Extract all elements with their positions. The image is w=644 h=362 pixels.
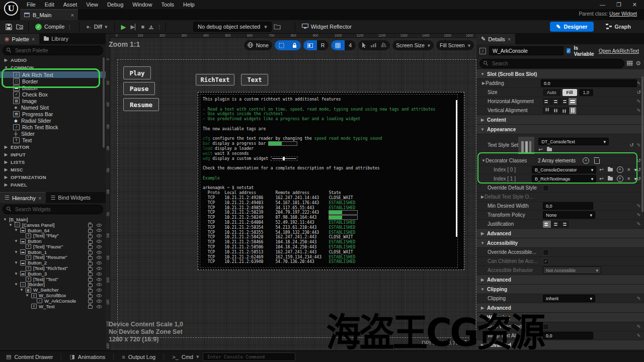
palette-item-progress-bar[interactable]: ▤Progress Bar [0,111,106,117]
hierarchy-tab-close-icon[interactable]: × [38,195,41,201]
palette-search-input[interactable] [14,47,99,54]
menu-file[interactable]: File [22,1,40,9]
checkbox[interactable] [543,249,549,255]
tab-palette[interactable]: ◉ Palette × [0,33,39,44]
align-option[interactable] [552,107,559,114]
plus-circle-icon[interactable]: + [617,166,623,173]
browse-folder-icon[interactable] [608,177,613,180]
hierarchy-row[interactable]: T[Text] "Resume" [0,255,106,260]
menu-view[interactable]: View [82,1,103,9]
bind-brush-icon[interactable]: ✎ [637,99,641,104]
preview-resume-button[interactable]: Resume [123,98,159,111]
chevron-icon[interactable]: ▼ [14,239,18,243]
chevron-icon[interactable]: ▶ [480,231,485,236]
localization-preview-button[interactable]: None [244,40,272,50]
use-selected-icon[interactable]: ↩ [599,176,603,182]
palette-category-editor[interactable]: ▶EDITOR [0,143,106,151]
cursor-icon[interactable] [362,42,366,49]
value-dropdown[interactable]: Inherit▾ [543,295,595,302]
preview-pause-button[interactable]: Pause [123,82,155,95]
palette-category-common[interactable]: ▼COMMON [0,64,106,71]
lock-icon[interactable] [88,245,93,249]
chevron-icon[interactable]: ▶ [480,278,485,282]
use-selected-icon[interactable]: ↩ [538,147,542,152]
designer-canvas[interactable]: 0100200300400500600700800900100011001200… [106,33,476,350]
section-slot-scroll-box-slot-[interactable]: ▼Slot (Scroll Box Slot) [476,69,644,79]
compile-button[interactable]: ✓ Compile ⋮ [32,22,76,32]
parent-class-link[interactable]: User Widget [609,11,637,17]
palette-category-optimization[interactable]: ▶OPTIMIZATION [0,173,106,181]
bind-brush-icon[interactable]: ✎ [637,324,641,329]
palette-search[interactable] [3,46,103,55]
designer-tab-button[interactable]: ✎Designer [550,22,593,32]
section-accessibility[interactable]: ▼Accessibility [476,238,644,248]
lock-icon[interactable] [88,305,93,309]
ark-console-widget[interactable]: This plugin is a custom richtext with ad… [198,92,464,270]
lock-icon[interactable] [88,278,93,282]
menu-asset[interactable]: Asset [59,1,82,9]
palette-item-image[interactable]: ▨Image [0,98,106,104]
preview-richtext-button[interactable]: RichText [196,74,234,85]
chevron-icon[interactable]: ▼ [25,293,29,298]
class-dropdown[interactable]: B_ConsoleDecorator▾ [532,166,596,173]
screen-size-dropdown[interactable]: Screen Size▾ [392,40,434,50]
chevron-icon[interactable]: ▼ [9,223,13,227]
browse-folder-icon[interactable] [608,168,613,171]
console-scrollbar[interactable] [456,100,457,237]
menu-edit[interactable]: Edit [40,1,59,9]
debug-object-dropdown[interactable]: No debug object selected▾ [193,22,272,32]
eye-icon[interactable] [97,255,102,259]
lock-icon[interactable] [288,40,301,50]
eye-icon[interactable] [97,277,102,282]
clear-icon[interactable]: × [627,167,630,172]
reset-icon[interactable]: ↺ [637,89,641,95]
open-arkrichtext-link[interactable]: Open ArkRichText [599,48,641,54]
hierarchy-row[interactable]: ▼□[Border] [0,282,106,288]
add-element-icon[interactable]: + [583,157,589,164]
value-dropdown[interactable]: None▾ [543,211,595,219]
close-button[interactable]: ✕ [632,2,637,8]
output-log-button[interactable]: ≡ Output Log [116,351,162,362]
respect-locks-toggle[interactable]: R [317,40,329,50]
lock-icon[interactable] [88,284,93,287]
eye-icon[interactable] [97,293,102,298]
align-option[interactable] [569,98,577,105]
palette-category-panel[interactable]: ▶PANEL [0,181,106,189]
maximize-button[interactable]: ❐ [616,2,621,8]
details-scrollbar[interactable] [641,76,643,212]
hierarchy-row[interactable]: ▼≡W_ScrollBox [0,293,106,298]
hierarchy-row[interactable]: T[Text] "Play" [0,233,106,238]
align-option[interactable] [561,107,568,114]
align-option[interactable] [570,107,577,114]
palette-item-check-box[interactable]: ✓Check Box [0,91,106,98]
console-command-box[interactable] [203,352,295,361]
hierarchy-row[interactable]: ▼[B_Main] [0,217,106,222]
eye-icon[interactable] [97,288,102,292]
size-auto-button[interactable]: Auto [543,89,560,96]
align-option[interactable] [543,221,551,228]
grid-snap-size[interactable]: 4 [345,40,356,50]
reset-icon[interactable]: ↺ [637,158,641,163]
animations-button[interactable]: ◨ Animations [63,351,111,362]
display-filter-icon[interactable] [627,61,633,66]
tab-library[interactable]: Library [39,33,73,44]
browse-folder-icon[interactable] [547,148,552,151]
chevron-icon[interactable]: ▶ [481,81,486,85]
chevron-icon[interactable]: ▶ [480,306,485,310]
outline-mode-toggle[interactable] [303,40,317,50]
eye-icon[interactable] [97,228,102,232]
bind-brush-icon[interactable]: ✎ [637,142,641,148]
flip-icon[interactable] [381,42,386,48]
chevron-icon[interactable]: ▶ [480,118,485,122]
size-fill-button[interactable]: Fill [562,89,577,96]
eye-icon[interactable] [97,272,102,276]
eye-icon[interactable] [97,304,102,309]
chevron-icon[interactable]: ▼ [480,287,485,292]
widget-name-input[interactable]: W_ArkConsole [489,46,564,55]
bind-brush-icon[interactable]: ✎ [637,108,641,113]
chevron-icon[interactable]: ▼ [14,282,18,287]
eye-icon[interactable] [97,266,102,270]
clear-icon[interactable]: × [627,176,630,182]
checkbox[interactable]: ✓ [543,258,549,264]
align-option[interactable] [551,221,560,228]
